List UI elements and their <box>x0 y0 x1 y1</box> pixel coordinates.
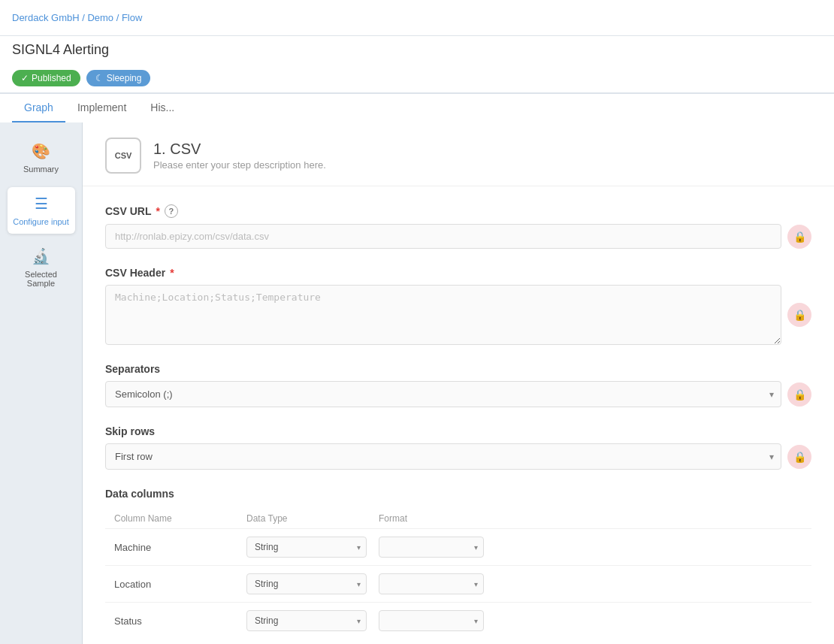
sidebar-configure-label: Configure input <box>13 217 69 226</box>
csv-url-required: * <box>156 205 159 217</box>
columns-header-row: Column Name Data Type Format <box>105 509 811 528</box>
side-nav: 🎨 Summary ☰ Configure input 🔬 Selected S… <box>0 122 83 644</box>
csv-header-label: CSV Header * <box>105 267 811 279</box>
top-nav: Derdack GmbH / Demo / Flow <box>0 0 834 36</box>
col-name-status: Status <box>114 615 234 627</box>
data-columns-label: Data columns <box>105 488 811 500</box>
location-type-select[interactable]: StringIntegerFloatBooleanDate <box>246 573 367 594</box>
table-row: Location StringIntegerFloatBooleanDate ▾… <box>105 565 811 602</box>
col-format-machine: YYYY-MM-DDDD/MM/YYYY ▾ <box>379 537 484 558</box>
csv-url-help-icon[interactable]: ? <box>165 204 178 218</box>
step-description: Please enter your step description here. <box>153 159 326 171</box>
col-type-location: StringIntegerFloatBooleanDate ▾ <box>246 573 367 594</box>
palette-icon: 🎨 <box>32 142 50 160</box>
tabs-bar: Graph Implement His... <box>0 93 834 122</box>
skip-rows-label: Skip rows <box>105 425 811 437</box>
table-row: Status StringIntegerFloatBooleanDate ▾ Y… <box>105 602 811 639</box>
csv-url-input-row: 🔒 <box>105 224 811 249</box>
app-title-bar: SIGNL4 Alerting ✓ Published ☾ Sleeping <box>0 36 834 93</box>
col-format-status: YYYY-MM-DDDD/MM/YYYY ▾ <box>379 610 484 631</box>
step-info: 1. CSV Please enter your step descriptio… <box>153 141 326 171</box>
separators-select-row: Semicolon (;) Comma (,) Tab Pipe (|) ▾ 🔒 <box>105 381 811 407</box>
skip-rows-group: Skip rows First row None Two rows Three … <box>105 425 811 470</box>
column-name-header: Column Name <box>114 513 234 524</box>
skip-rows-select[interactable]: First row None Two rows Three rows <box>105 443 781 470</box>
lock-icon-4: 🔒 <box>793 451 806 463</box>
csv-url-group: CSV URL * ? 🔒 <box>105 204 811 249</box>
table-row: Machine StringIntegerFloatBooleanDate ▾ … <box>105 528 811 565</box>
sidebar-item-selected-sample[interactable]: 🔬 Selected Sample <box>8 240 75 295</box>
csv-icon: CSV <box>115 151 132 160</box>
col-name-location: Location <box>114 579 234 590</box>
published-status[interactable]: ✓ Published <box>12 70 80 86</box>
machine-format-select[interactable]: YYYY-MM-DDDD/MM/YYYY <box>379 537 484 558</box>
separators-select-wrap: Semicolon (;) Comma (,) Tab Pipe (|) ▾ <box>105 381 781 407</box>
form-content: CSV URL * ? 🔒 CSV Header * <box>83 186 834 644</box>
app-title: SIGNL4 Alerting <box>12 42 822 64</box>
column-format-header: Format <box>379 513 484 524</box>
csv-header-group: CSV Header * 🔒 <box>105 267 811 345</box>
lock-icon-3: 🔒 <box>793 389 806 401</box>
separators-lock-button[interactable]: 🔒 <box>787 382 811 407</box>
skip-rows-lock-button[interactable]: 🔒 <box>787 445 811 469</box>
separators-label: Separators <box>105 363 811 375</box>
main-content: 🎨 Summary ☰ Configure input 🔬 Selected S… <box>0 122 834 644</box>
menu-icon: ☰ <box>35 195 48 213</box>
step-icon: CSV <box>105 138 141 174</box>
step-title: 1. CSV <box>153 141 326 158</box>
breadcrumb[interactable]: Derdack GmbH / Demo / Flow <box>12 12 142 23</box>
sleeping-status[interactable]: ☾ Sleeping <box>86 70 151 86</box>
published-label: Published <box>32 73 71 83</box>
sidebar-item-configure-input[interactable]: ☰ Configure input <box>8 187 75 234</box>
sidebar-sample-label: Selected Sample <box>12 270 71 288</box>
col-type-status: StringIntegerFloatBooleanDate ▾ <box>246 610 367 631</box>
check-icon: ✓ <box>21 73 29 83</box>
moon-icon: ☾ <box>95 73 104 83</box>
tab-graph[interactable]: Graph <box>12 94 65 122</box>
separators-select[interactable]: Semicolon (;) Comma (,) Tab Pipe (|) <box>105 381 781 407</box>
col-format-location: YYYY-MM-DDDD/MM/YYYY ▾ <box>379 573 484 594</box>
csv-header-required: * <box>170 267 174 279</box>
skip-rows-select-wrap: First row None Two rows Three rows ▾ <box>105 443 781 470</box>
sidebar-summary-label: Summary <box>23 165 59 174</box>
beaker-icon: 🔬 <box>32 247 50 265</box>
data-columns-group: Data columns Column Name Data Type Forma… <box>105 488 811 639</box>
csv-header-input-row: 🔒 <box>105 285 811 345</box>
skip-rows-select-row: First row None Two rows Three rows ▾ 🔒 <box>105 443 811 470</box>
lock-icon: 🔒 <box>793 231 806 243</box>
sidebar-item-summary[interactable]: 🎨 Summary <box>8 135 75 181</box>
csv-url-label: CSV URL * ? <box>105 204 811 218</box>
csv-url-lock-button[interactable]: 🔒 <box>787 225 811 249</box>
column-type-header: Data Type <box>246 513 367 524</box>
separators-group: Separators Semicolon (;) Comma (,) Tab P… <box>105 363 811 407</box>
status-bar: ✓ Published ☾ Sleeping <box>12 64 822 92</box>
col-type-machine: StringIntegerFloatBooleanDate ▾ <box>246 537 367 558</box>
sleeping-label: Sleeping <box>107 73 142 83</box>
csv-url-input[interactable] <box>105 224 781 249</box>
tab-history[interactable]: His... <box>138 94 186 122</box>
csv-header-textarea[interactable] <box>105 285 781 345</box>
status-type-select[interactable]: StringIntegerFloatBooleanDate <box>246 610 367 631</box>
content-panel: CSV 1. CSV Please enter your step descri… <box>83 122 834 644</box>
columns-table: Column Name Data Type Format Machine Str… <box>105 509 811 639</box>
machine-type-select[interactable]: StringIntegerFloatBooleanDate <box>246 537 367 558</box>
lock-icon-2: 🔒 <box>793 309 806 321</box>
col-name-machine: Machine <box>114 542 234 553</box>
status-format-select[interactable]: YYYY-MM-DDDD/MM/YYYY <box>379 610 484 631</box>
tab-implement[interactable]: Implement <box>65 94 138 122</box>
location-format-select[interactable]: YYYY-MM-DDDD/MM/YYYY <box>379 573 484 594</box>
csv-header-lock-button[interactable]: 🔒 <box>787 303 811 327</box>
step-header: CSV 1. CSV Please enter your step descri… <box>83 122 834 186</box>
